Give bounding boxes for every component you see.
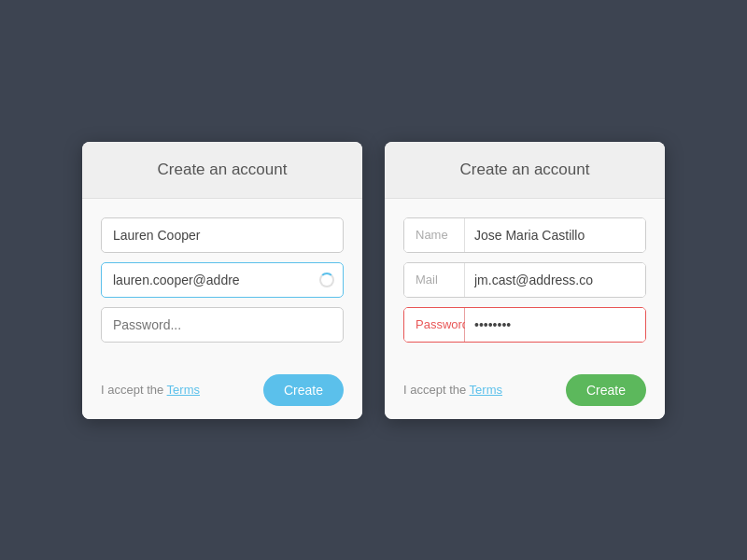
name-input[interactable]: [101, 217, 344, 253]
card-2-header: Create an account: [385, 142, 665, 199]
card-1-header: Create an account: [82, 142, 362, 199]
terms-link[interactable]: Terms: [167, 383, 200, 397]
email-input[interactable]: [101, 262, 344, 298]
create-button[interactable]: Create: [263, 374, 344, 406]
mail-label: Mail: [404, 263, 465, 297]
name-label: Name: [404, 218, 465, 252]
card-1-footer: I accept the Terms Create: [82, 361, 362, 419]
name-field-row: Name: [403, 217, 646, 253]
name-field-input[interactable]: [465, 218, 646, 252]
card-1-body: [82, 199, 362, 361]
password-field-row: Password: [403, 307, 646, 343]
card-2: Create an account Name Mail Password I a…: [385, 142, 665, 419]
password-field-input[interactable]: [465, 308, 646, 342]
create-button-2[interactable]: Create: [566, 374, 646, 406]
loading-spinner: [319, 273, 334, 287]
password-label: Password: [404, 308, 465, 342]
accept-terms-text-2: I accept the Terms: [403, 383, 502, 397]
accept-terms-text: I accept the Terms: [101, 383, 200, 397]
card-2-title: Create an account: [403, 161, 646, 179]
password-input[interactable]: [101, 307, 344, 343]
email-input-wrapper: [101, 262, 344, 298]
terms-link-2[interactable]: Terms: [470, 383, 502, 397]
card-2-footer: I accept the Terms Create: [385, 361, 665, 419]
card-2-body: Name Mail Password: [385, 199, 665, 361]
card-1-title: Create an account: [101, 161, 344, 179]
card-1: Create an account I accept the Terms Cre…: [82, 142, 362, 419]
mail-field-input[interactable]: [465, 263, 646, 297]
mail-field-row: Mail: [403, 262, 646, 298]
